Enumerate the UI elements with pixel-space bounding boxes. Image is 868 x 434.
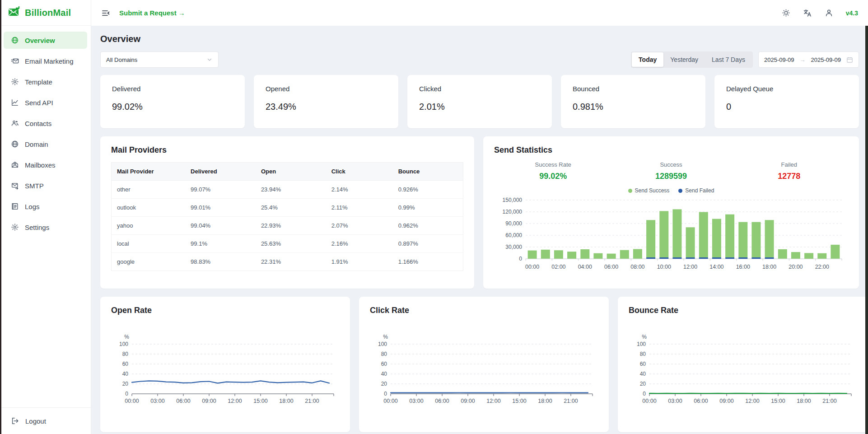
logout-label: Logout [25, 417, 46, 425]
app-name: BillionMail [25, 8, 71, 18]
table-cell: 99.07% [185, 181, 256, 199]
svg-text:0: 0 [519, 256, 522, 262]
sidebar-nav: OverviewEmail MarketingTemplateSend APIC… [0, 26, 91, 407]
language-translate-icon[interactable] [803, 9, 812, 18]
svg-text:100: 100 [378, 341, 387, 347]
svg-text:06:00: 06:00 [176, 398, 190, 404]
sidebar-item-smtp[interactable]: SMTP [4, 177, 87, 194]
table-cell: 2.16% [326, 235, 393, 253]
table-cell: 0.926% [393, 181, 463, 199]
svg-text:21:00: 21:00 [564, 398, 578, 404]
gear-icon [11, 78, 19, 86]
column-header: Delivered [185, 163, 256, 181]
chart-line-icon [11, 98, 19, 107]
table-cell: yahoo [112, 217, 186, 235]
stat-cards-row: Delivered99.02%Opened23.49%Clicked2.01%B… [100, 75, 859, 128]
send-stat-value: 1289599 [612, 172, 730, 181]
table-cell: 22.31% [256, 253, 326, 271]
legend-dot-icon [628, 189, 632, 193]
table-cell: 98.83% [185, 253, 256, 271]
svg-text:00:00: 00:00 [383, 398, 397, 404]
sidebar-item-send-api[interactable]: Send API [4, 94, 87, 111]
stat-card-bounced: Bounced0.981% [561, 75, 705, 128]
sidebar: BillionMail OverviewEmail MarketingTempl… [0, 0, 91, 434]
table-cell: 0.897% [393, 235, 463, 253]
bounce-rate-line-chart: %02040608010000:0003:0006:0009:0012:0015… [629, 318, 857, 412]
svg-text:0: 0 [384, 391, 387, 397]
svg-text:15:00: 15:00 [512, 398, 526, 404]
range-tab-today[interactable]: Today [632, 52, 663, 67]
sidebar-item-domain[interactable]: Domain [4, 135, 87, 153]
middle-row: Mail Providers Mail ProviderDeliveredOpe… [100, 136, 859, 289]
range-tab-yesterday[interactable]: Yesterday [663, 52, 705, 67]
svg-text:40: 40 [381, 371, 387, 377]
sidebar-collapse-icon[interactable] [101, 9, 110, 18]
svg-text:60: 60 [381, 361, 387, 367]
sidebar-item-overview[interactable]: Overview [4, 32, 87, 49]
legend-item-send-success[interactable]: Send Success [628, 187, 670, 194]
logout-button[interactable]: Logout [11, 417, 80, 425]
date-from[interactable]: 2025-09-09 [764, 56, 794, 63]
svg-text:80: 80 [640, 351, 646, 357]
sidebar-item-email-marketing[interactable]: Email Marketing [4, 52, 87, 70]
contacts-icon [11, 119, 19, 127]
content: Overview All Domains TodayYesterdayLast … [91, 26, 868, 434]
svg-text:04:00: 04:00 [578, 264, 592, 270]
svg-text:15:00: 15:00 [771, 398, 785, 404]
svg-text:100: 100 [119, 341, 128, 347]
svg-text:60: 60 [640, 361, 646, 367]
svg-text:40: 40 [122, 371, 129, 377]
table-row: yahoo99.04%22.93%2.07%0.962% [112, 217, 463, 235]
gear-icon [11, 223, 19, 231]
table-cell: 2.11% [326, 199, 393, 217]
account-user-icon[interactable] [825, 9, 833, 17]
svg-text:20: 20 [122, 381, 129, 387]
date-to[interactable]: 2025-09-09 [811, 56, 841, 63]
sidebar-item-mailboxes[interactable]: Mailboxes [4, 156, 87, 173]
right-scrollbar[interactable] [865, 26, 868, 434]
globe-icon [11, 140, 19, 148]
svg-text:08:00: 08:00 [630, 264, 644, 270]
sidebar-item-label: Mailboxes [25, 161, 56, 169]
stat-value: 99.02% [112, 102, 233, 112]
svg-text:21:00: 21:00 [822, 398, 836, 404]
sidebar-item-template[interactable]: Template [4, 73, 87, 90]
table-cell: 22.93% [256, 217, 326, 235]
sidebar-item-logs[interactable]: Logs [4, 198, 87, 215]
legend-item-send-failed[interactable]: Send Failed [678, 187, 714, 194]
version-badge[interactable]: v4.3 [846, 9, 858, 17]
svg-text:14:00: 14:00 [709, 264, 723, 270]
theme-sun-icon[interactable] [782, 9, 790, 17]
sidebar-item-settings[interactable]: Settings [4, 219, 87, 236]
domain-select[interactable]: All Domains [100, 51, 219, 68]
send-stat-success: Success1289599 [612, 161, 730, 181]
svg-text:18:00: 18:00 [762, 264, 776, 270]
date-arrow-icon: → [800, 56, 806, 63]
svg-text:12:00: 12:00 [486, 398, 500, 404]
app-logo: BillionMail [0, 0, 91, 26]
svg-text:80: 80 [381, 351, 387, 357]
controls-row: All Domains TodayYesterdayLast 7 Days 20… [100, 51, 859, 68]
stat-value: 0 [726, 102, 847, 112]
svg-text:03:00: 03:00 [409, 398, 423, 404]
submit-request-link[interactable]: Submit a Request → [119, 9, 185, 17]
svg-text:%: % [383, 334, 388, 340]
svg-text:12:00: 12:00 [228, 398, 242, 404]
svg-text:20: 20 [640, 381, 646, 387]
stat-label: Delayed Queue [726, 85, 847, 93]
sidebar-item-label: Domain [25, 140, 48, 148]
svg-text:00:00: 00:00 [125, 398, 139, 404]
table-cell: 99.1% [185, 235, 256, 253]
sidebar-item-label: Email Marketing [25, 57, 74, 65]
send-statistics-title: Send Statistics [494, 145, 848, 155]
sidebar-item-contacts[interactable]: Contacts [4, 115, 87, 132]
screen-edge-left [0, 0, 1, 434]
logs-icon [11, 202, 19, 210]
svg-text:80: 80 [122, 351, 129, 357]
range-tab-last-7-days[interactable]: Last 7 Days [705, 52, 752, 67]
globe-icon [11, 36, 19, 44]
date-range-picker[interactable]: 2025-09-09 → 2025-09-09 [758, 51, 859, 68]
svg-text:20: 20 [381, 381, 387, 387]
svg-text:40: 40 [640, 371, 646, 377]
sidebar-item-label: Logs [25, 203, 40, 210]
